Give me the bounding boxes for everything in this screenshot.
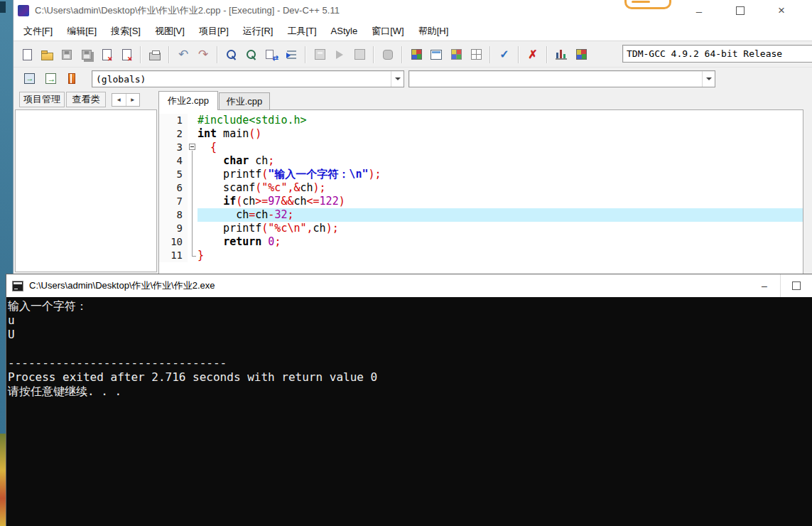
run-button-disabled[interactable] xyxy=(330,45,350,64)
syntax-check-button[interactable]: ✓ xyxy=(494,45,514,64)
toolbar-separator xyxy=(217,46,218,63)
save-icon xyxy=(62,50,72,60)
goto-definition-icon xyxy=(45,73,56,84)
code-text: printf("输入一个字符：\n"); xyxy=(197,168,803,181)
line-number: 11 xyxy=(159,249,188,262)
compile-button-disabled[interactable] xyxy=(310,45,330,64)
menu-window[interactable]: 窗口[W] xyxy=(364,25,411,38)
desktop-icon-fragment xyxy=(0,1,6,13)
console-line-6: 请按任意键继续. . . xyxy=(8,385,812,399)
code-line-4[interactable]: 4 char ch; xyxy=(159,154,803,168)
tabs-row: 项目管理 查看类 ◄ ► 作业2.cpp 作业.cpp xyxy=(13,90,812,109)
code-line-5[interactable]: 5 printf("输入一个字符：\n"); xyxy=(159,168,803,181)
code-line-8[interactable]: 8 ch=ch-32; xyxy=(159,208,803,222)
debug-button-disabled[interactable] xyxy=(378,45,398,64)
replace-icon xyxy=(266,50,277,60)
console-title: C:\Users\admin\Desktop\作业\作业\作业2.exe xyxy=(29,279,215,292)
tab-scroll-left-button[interactable]: ◄ xyxy=(112,94,126,106)
menu-file[interactable]: 文件[F] xyxy=(16,25,60,38)
window-pane-button[interactable] xyxy=(426,45,446,64)
maximize-button[interactable] xyxy=(720,0,761,21)
debug-icon xyxy=(383,50,393,60)
editor-tab-0[interactable]: 作业2.cpp xyxy=(158,91,218,110)
console-app-icon xyxy=(12,281,23,291)
open-folder-icon xyxy=(41,53,53,60)
console-output[interactable]: 输入一个字符： u U ----------------------------… xyxy=(6,297,812,526)
window-layout-button[interactable] xyxy=(466,45,486,64)
code-text: scanf("%c",&ch); xyxy=(197,181,803,195)
close-file-button[interactable] xyxy=(97,45,117,64)
close-all-icon xyxy=(122,49,131,60)
new-project-button[interactable] xyxy=(406,45,426,64)
goto-line-button[interactable] xyxy=(281,45,301,64)
maximize-icon xyxy=(736,6,745,15)
line-number: 2 xyxy=(159,127,188,141)
code-line-1[interactable]: 1#include<stdio.h> xyxy=(159,114,803,127)
tab-scroll-right-button[interactable]: ► xyxy=(126,94,140,106)
code-line-6[interactable]: 6 scanf("%c",&ch); xyxy=(159,181,803,195)
toolbar-separator xyxy=(518,46,519,63)
close-all-button[interactable] xyxy=(117,45,136,64)
code-line-2[interactable]: 2int main() xyxy=(159,127,803,141)
titlebar[interactable]: C:\Users\admin\Desktop\作业\作业\作业2.cpp - [… xyxy=(13,0,812,21)
project-browser-panel[interactable] xyxy=(15,109,157,272)
globals-combobox[interactable]: (globals) xyxy=(92,70,404,87)
menu-tools[interactable]: 工具[T] xyxy=(280,25,323,38)
minimize-button[interactable]: – xyxy=(678,0,720,21)
profiling-options-button[interactable] xyxy=(571,45,591,64)
members-dropdown-arrow-icon[interactable] xyxy=(702,71,715,87)
replace-button[interactable] xyxy=(261,45,281,64)
project-options-button[interactable] xyxy=(446,45,466,64)
save-all-button[interactable] xyxy=(77,45,97,64)
menu-edit[interactable]: 编辑[E] xyxy=(60,25,104,38)
toolbar-separator xyxy=(305,46,306,63)
new-file-button[interactable] xyxy=(17,45,37,64)
menu-astyle[interactable]: AStyle xyxy=(324,26,365,36)
code-line-11[interactable]: 11} xyxy=(159,249,803,262)
console-minimize-button[interactable]: – xyxy=(749,274,780,297)
console-line-1: u xyxy=(8,313,812,328)
code-text: printf("%c\n",ch); xyxy=(197,222,803,235)
editor-tab-1[interactable]: 作业.cpp xyxy=(219,92,270,109)
code-editor[interactable]: 1#include<stdio.h>2int main()3 {4 char c… xyxy=(158,109,803,274)
menu-view[interactable]: 视图[V] xyxy=(148,25,192,38)
code-line-3[interactable]: 3 { xyxy=(159,141,803,154)
window-pane-icon xyxy=(431,50,442,60)
tab-class-view[interactable]: 查看类 xyxy=(66,92,106,107)
menu-help[interactable]: 帮助[H] xyxy=(411,25,456,38)
console-titlebar[interactable]: C:\Users\admin\Desktop\作业\作业\作业2.exe – xyxy=(6,274,812,297)
code-line-7[interactable]: 7 if(ch>=97&&ch<=122) xyxy=(159,195,803,208)
code-line-10[interactable]: 10 return 0; xyxy=(159,235,803,249)
profile-button[interactable] xyxy=(551,45,571,64)
goto-declaration-button[interactable] xyxy=(19,69,39,88)
compile-run-button-disabled[interactable] xyxy=(350,45,369,64)
profile-chart-icon xyxy=(556,50,567,60)
globals-dropdown-arrow-icon[interactable] xyxy=(391,71,404,87)
menu-project[interactable]: 项目[P] xyxy=(192,25,236,38)
compile-run-icon xyxy=(354,49,365,60)
redo-button[interactable]: ↷ xyxy=(193,45,213,64)
clean-button[interactable]: ✗ xyxy=(523,45,543,64)
find-button[interactable] xyxy=(222,45,242,64)
members-combobox[interactable] xyxy=(408,70,715,87)
swap-header-source-button[interactable] xyxy=(62,69,82,88)
undo-button[interactable]: ↶ xyxy=(173,45,193,64)
fold-margin xyxy=(188,235,197,249)
goto-definition-button[interactable] xyxy=(40,69,60,88)
code-line-9[interactable]: 9 printf("%c\n",ch); xyxy=(159,222,803,235)
find-in-files-button[interactable] xyxy=(242,45,261,64)
save-button[interactable] xyxy=(57,45,77,64)
fold-margin xyxy=(188,208,197,222)
menu-search[interactable]: 搜索[S] xyxy=(104,25,148,38)
close-button[interactable]: × xyxy=(761,0,802,21)
compiler-combobox[interactable]: TDM-GCC 4.9.2 64-bit Release xyxy=(622,45,812,63)
console-maximize-button[interactable] xyxy=(780,274,812,297)
menu-run[interactable]: 运行[R] xyxy=(236,25,281,38)
right-arrow-icon: ► xyxy=(130,97,136,103)
open-button[interactable] xyxy=(37,45,57,64)
toolbar-separator xyxy=(546,46,548,63)
console-line-5: Process exited after 2.716 seconds with … xyxy=(8,370,812,385)
tab-project-manager[interactable]: 项目管理 xyxy=(19,92,65,107)
print-button[interactable] xyxy=(145,45,165,64)
fold-toggle-icon[interactable] xyxy=(188,141,197,154)
